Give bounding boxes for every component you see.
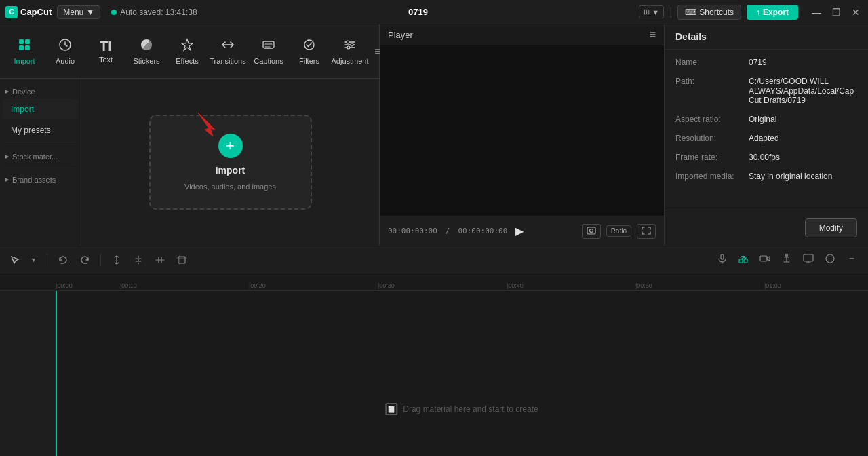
ruler-marks: |00:00 |00:10 |00:20 |00:30 |00:40 |00:5…: [56, 282, 868, 289]
tool-import[interactable]: Import: [5, 32, 43, 71]
details-body: Name: 0719 Path: C:/Users/GOOD WILL ALWA…: [665, 50, 868, 210]
align-button[interactable]: [151, 252, 169, 268]
shortcuts-label: Shortcuts: [699, 7, 734, 17]
tool-audio-label: Audio: [56, 57, 75, 65]
shortcuts-button[interactable]: ⌨ Shortcuts: [677, 5, 741, 20]
play-button[interactable]: ▶: [515, 225, 524, 238]
timeline-toolbar: ▼: [0, 246, 868, 273]
redo-button[interactable]: [76, 252, 94, 268]
details-title: Details: [675, 31, 707, 42]
sidebar-divider-1: [5, 145, 75, 145]
ruler-mark-5: |00:50: [635, 282, 764, 289]
timeline-tracks: ⬜ Drag material here and start to create: [56, 291, 868, 456]
screen-button[interactable]: [799, 250, 818, 270]
timeline-playhead[interactable]: [56, 291, 57, 456]
player-time-current: 00:00:00:00: [388, 227, 437, 235]
sidebar-device-label: Device: [12, 88, 35, 96]
layout-button[interactable]: ⊞ ▼: [639, 5, 664, 18]
plus-icon: +: [226, 137, 235, 155]
details-footer: Modify: [665, 210, 868, 246]
tool-stickers[interactable]: Stickers: [127, 32, 165, 71]
detail-label-name: Name:: [675, 58, 743, 67]
effects-icon: [180, 37, 195, 54]
detail-label-resolution: Resolution:: [675, 134, 743, 143]
select-tool-button[interactable]: [7, 252, 23, 267]
zoom-out-button[interactable]: [842, 250, 861, 270]
ruler-mark-0: |00:00: [56, 282, 120, 289]
player-more-button[interactable]: ≡: [650, 28, 656, 41]
export-icon: ↑: [756, 7, 760, 17]
tool-import-label: Import: [14, 57, 35, 65]
menu-button[interactable]: Menu ▼: [57, 5, 100, 19]
sidebar-device-arrow: ▸: [5, 87, 9, 96]
detail-label-imported-media: Imported media:: [675, 172, 743, 181]
select-dropdown-button[interactable]: ▼: [27, 254, 40, 266]
import-dropzone[interactable]: + Import Videos, audios, and images: [149, 115, 312, 210]
sidebar-stock-section[interactable]: ▸ Stock mater...: [0, 149, 81, 164]
capcut-logo: C: [5, 6, 18, 18]
import-icon: [17, 37, 32, 54]
circle-button[interactable]: [821, 250, 840, 270]
left-panel: Import Audio TI Text: [0, 24, 380, 246]
detail-value-imported-media: Stay in original location: [749, 172, 857, 181]
screenshot-button[interactable]: [582, 224, 601, 239]
sidebar-item-import[interactable]: Import: [3, 99, 78, 119]
link-audio-button[interactable]: [734, 250, 753, 270]
tool-captions[interactable]: Captions: [250, 32, 288, 71]
sidebar-item-my-presets[interactable]: My presets: [3, 120, 78, 140]
modify-button[interactable]: Modify: [805, 218, 857, 238]
tool-audio[interactable]: Audio: [46, 32, 84, 71]
import-zone-label: Import: [216, 165, 245, 176]
detail-label-path: Path:: [675, 77, 743, 105]
filters-icon: [302, 37, 317, 54]
tool-text[interactable]: TI Text: [87, 34, 125, 69]
mic-button[interactable]: [713, 250, 731, 269]
player-viewport: [380, 45, 664, 216]
tl-sep-1: [47, 254, 47, 266]
auto-save-dot: [111, 10, 117, 15]
auto-save-text: Auto saved: 13:41:38: [120, 7, 197, 17]
fullscreen-button[interactable]: [637, 224, 656, 239]
svg-rect-2: [19, 45, 24, 50]
tool-effects-label: Effects: [176, 57, 198, 65]
timeline-body: ⬜ Drag material here and start to create: [0, 291, 868, 456]
tl-sep-2: [100, 254, 101, 266]
export-button[interactable]: ↑ Export: [747, 5, 798, 20]
transitions-icon: [220, 37, 235, 54]
svg-point-10: [347, 46, 350, 49]
close-button[interactable]: ✕: [849, 5, 863, 19]
maximize-button[interactable]: ❐: [829, 5, 844, 19]
tool-transitions[interactable]: Transitions: [209, 32, 247, 71]
detail-value-framerate: 30.00fps: [749, 153, 857, 162]
window-controls: — ❐ ✕: [809, 5, 863, 19]
split2-button[interactable]: [130, 252, 147, 268]
crop-tl-button[interactable]: [173, 252, 191, 268]
minimize-button[interactable]: —: [809, 5, 824, 19]
split-button[interactable]: [108, 252, 125, 268]
tool-filters-label: Filters: [299, 57, 319, 65]
svg-rect-3: [25, 45, 30, 50]
tool-adjustment[interactable]: Adjustment: [331, 32, 369, 71]
anchor-button[interactable]: [777, 250, 796, 270]
menu-label: Menu: [63, 7, 83, 17]
svg-rect-14: [721, 254, 724, 259]
tool-captions-label: Captions: [254, 57, 283, 65]
top-right-controls: ⊞ ▼ | ⌨ Shortcuts ↑ Export — ❐ ✕: [639, 5, 863, 20]
import-zone-sublabel: Videos, audios, and images: [184, 183, 276, 191]
drag-hint-icon: ⬜: [385, 403, 397, 415]
tool-filters[interactable]: Filters: [290, 32, 328, 71]
sidebar-import-label: Import: [11, 104, 34, 114]
sidebar-stock-label: Stock mater...: [12, 153, 58, 161]
export-label: Export: [763, 7, 789, 17]
detail-value-name: 0719: [749, 58, 857, 67]
import-plus-button[interactable]: +: [218, 134, 243, 158]
sidebar-divider-2: [5, 168, 75, 168]
tool-effects[interactable]: Effects: [168, 32, 206, 71]
player-time-total: 00:00:00:00: [458, 227, 507, 235]
sidebar-brand-section[interactable]: ▸ Brand assets: [0, 172, 81, 187]
undo-button[interactable]: [54, 252, 72, 268]
link-video-button[interactable]: [755, 250, 774, 270]
ratio-button[interactable]: Ratio: [606, 225, 631, 237]
main-area: Import Audio TI Text: [0, 24, 868, 246]
svg-point-9: [351, 43, 353, 46]
